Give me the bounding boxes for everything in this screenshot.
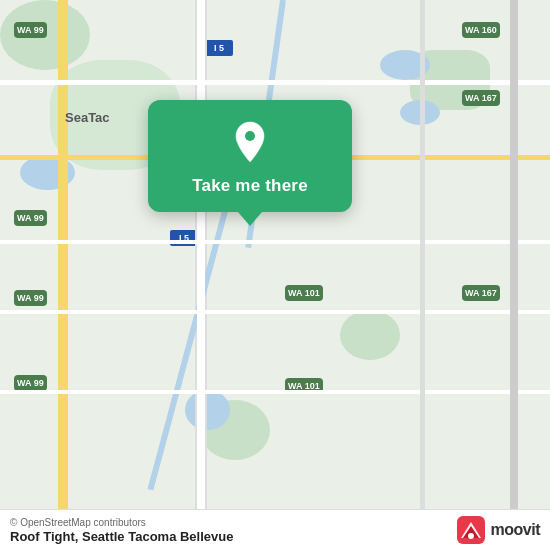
moovit-text: moovit <box>491 521 540 539</box>
seatac-label: SeaTac <box>65 110 110 125</box>
shield-wa167-mid: WA 167 <box>462 285 500 301</box>
road-ew-5 <box>0 390 550 394</box>
shield-wa99-top: WA 99 <box>14 22 47 38</box>
attribution-text: © OpenStreetMap contributors <box>10 517 233 528</box>
moovit-logo: moovit <box>457 516 540 544</box>
shield-wa101-mid: WA 101 <box>285 285 323 301</box>
location-pin-icon <box>226 118 274 166</box>
shield-wa167-top: WA 167 <box>462 90 500 106</box>
svg-point-0 <box>245 131 255 141</box>
bottom-left-info: © OpenStreetMap contributors Roof Tight,… <box>10 517 233 544</box>
water-2 <box>185 390 230 430</box>
shield-i5-top: I 5 <box>205 40 233 56</box>
shield-wa160: WA 160 <box>462 22 500 38</box>
popup-card: Take me there <box>148 100 352 212</box>
road-right <box>510 0 518 550</box>
shield-wa99-mid1: WA 99 <box>14 210 47 226</box>
road-right2 <box>420 0 425 550</box>
shield-wa99-mid2: WA 99 <box>14 290 47 306</box>
location-name: Roof Tight, Seattle Tacoma Bellevue <box>10 529 233 544</box>
svg-point-4 <box>468 533 474 539</box>
i5-highway-inner <box>197 0 205 550</box>
road-ew-4 <box>0 310 550 314</box>
shield-wa99-bot: WA 99 <box>14 375 47 391</box>
road-ew-3 <box>0 240 550 244</box>
bottom-bar: © OpenStreetMap contributors Roof Tight,… <box>0 509 550 550</box>
road-ew-1 <box>0 80 550 85</box>
take-me-there-button[interactable]: Take me there <box>192 176 308 196</box>
green-area-3 <box>340 310 400 360</box>
map-container: SeaTac WA 99 I 5 WA 160 WA 167 WA 99 WA … <box>0 0 550 550</box>
moovit-icon <box>457 516 485 544</box>
